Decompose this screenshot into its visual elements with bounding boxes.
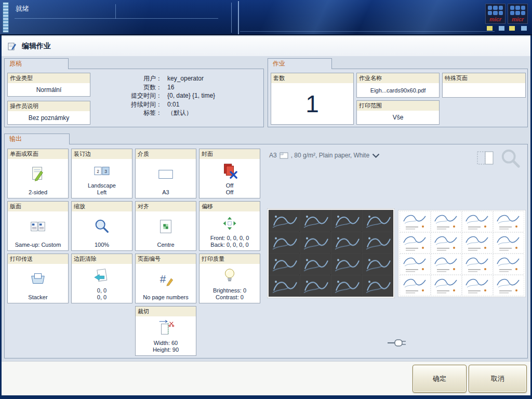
tile-label: 封面 — [200, 149, 260, 159]
tile-label: 版面 — [8, 202, 68, 211]
info-label: 标签： — [110, 109, 162, 117]
logo-color-square — [509, 26, 515, 31]
info-value: 16 — [167, 83, 174, 92]
window-edge — [0, 35, 2, 399]
tile-value: No page numbers — [143, 294, 188, 301]
magnifier-icon[interactable] — [500, 148, 522, 169]
operator-note-value: Bez poznámky — [8, 111, 90, 124]
cancel-button[interactable]: 取消 — [469, 365, 527, 393]
tile-value: Width: 60 Height: 90 — [153, 340, 179, 353]
media-name: A3 — [269, 152, 277, 159]
tile-alignment[interactable]: 对齐 Centre — [135, 201, 196, 251]
tile-label: 页面编号 — [136, 254, 196, 264]
job-name-value: Eigh...cards90x60.pdf — [357, 83, 439, 97]
tile-value: Front: 0, 0, 0, 0 Back: 0, 0, 0, 0 — [210, 235, 249, 248]
tile-value: Landscape Left — [88, 182, 116, 196]
header-streaks — [0, 0, 532, 34]
tile-trim[interactable]: 裁切 Width: 60 Height: 90 — [135, 306, 196, 356]
preview-back-side[interactable] — [267, 208, 395, 298]
info-row-submitted: 提交时间： {0, date} {1, time} — [110, 91, 262, 100]
tile-page-numbers[interactable]: 页面编号 # No page numbers — [135, 254, 196, 303]
info-row-duration: 持续时间： 0:01 — [110, 100, 262, 109]
info-value: {0, date} {1, time} — [167, 91, 215, 100]
tile-layout[interactable]: 版面 Same-up: Custom — [7, 201, 69, 251]
print-range-label: 打印范围 — [357, 101, 439, 111]
svg-text:#: # — [160, 273, 166, 285]
tile-label: 边距清除 — [72, 254, 132, 264]
print-range-field[interactable]: 打印范围 Vše — [356, 100, 440, 125]
paper-icon — [280, 152, 288, 159]
media-selector[interactable]: A3 , 80 g/m², Plain paper, White — [269, 152, 380, 159]
micr-logo-text: micr — [508, 16, 527, 22]
copies-label: 套数 — [271, 73, 353, 83]
title-bar: 编辑作业 — [0, 36, 532, 56]
tile-delivery[interactable]: 打印传送 Stacker — [7, 254, 69, 303]
tile-covers[interactable]: 封面 Off Off — [199, 149, 260, 198]
info-value: key_operator — [167, 74, 204, 83]
tile-label: 偏移 — [200, 202, 260, 211]
header-divider — [15, 18, 218, 19]
tile-binding-edge[interactable]: 装订边 2 3 Landscape Left — [71, 149, 132, 198]
job-type-field[interactable]: 作业类型 Normální — [7, 73, 90, 97]
stacker-icon — [29, 270, 47, 288]
info-label: 提交时间： — [110, 91, 162, 100]
logo-color-square — [487, 26, 493, 31]
page-split-icon[interactable] — [477, 151, 494, 165]
micr-logo: micr — [508, 4, 528, 24]
copies-field[interactable]: 套数 1 — [271, 73, 354, 125]
tile-label: 介质 — [136, 149, 196, 159]
operator-note-field[interactable]: 操作员说明 Bez poznámky — [7, 101, 90, 125]
tab-job[interactable]: 作业 — [268, 58, 332, 69]
logo-color-square — [499, 26, 504, 31]
tile-value: Off Off — [226, 182, 233, 196]
layout-icon — [29, 218, 47, 235]
tab-output[interactable]: 输出 — [4, 134, 70, 144]
micr-logo-text: micr — [486, 16, 505, 22]
tile-value: Centre — [157, 242, 174, 248]
info-value: 0:01 — [167, 100, 179, 109]
output-settings-grid: 单面或双面 2-sided 装订边 2 3 La — [7, 149, 260, 356]
header-divider — [231, 3, 232, 33]
tile-label: 装订边 — [72, 149, 132, 159]
header-divider — [238, 1, 239, 34]
plug-icon — [387, 338, 407, 348]
media-detail: , 80 g/m², Plain paper, White — [291, 152, 369, 159]
svg-text:3: 3 — [104, 168, 107, 174]
tile-label: 打印传送 — [8, 254, 68, 264]
info-label: 页数： — [110, 83, 162, 92]
preview-front-side[interactable] — [398, 210, 526, 297]
job-name-field[interactable]: 作业名称 Eigh...cards90x60.pdf — [356, 73, 440, 98]
covers-icon — [221, 162, 238, 180]
job-name-label: 作业名称 — [357, 73, 439, 83]
tile-label: 单面或双面 — [8, 149, 68, 159]
print-range-value: Vše — [357, 111, 439, 124]
header-divider — [240, 31, 495, 32]
special-pages-value — [443, 83, 525, 97]
special-pages-field[interactable]: 特殊页面 — [442, 73, 526, 98]
screen: 就绪 micr micr 编辑作业 — [0, 0, 532, 399]
tile-margin-erase[interactable]: 边距清除 0, 0 0, 0 — [71, 254, 132, 303]
page-title: 编辑作业 — [22, 42, 51, 51]
logo-color-square — [521, 26, 527, 31]
special-pages-label: 特殊页面 — [443, 73, 525, 83]
job-info-block: 用户： key_operator 页数： 16 提交时间： {0, date} … — [110, 74, 262, 117]
tab-original[interactable]: 原稿 — [4, 58, 69, 69]
tile-media[interactable]: 介质 A3 — [135, 149, 196, 198]
info-row-user: 用户： key_operator — [110, 74, 262, 83]
tile-value: Stacker — [28, 294, 47, 301]
header-grip — [3, 2, 9, 33]
status-text: 就绪 — [16, 4, 29, 14]
tile-zoom[interactable]: 缩放 100% — [71, 201, 132, 251]
chevron-down-icon — [372, 153, 380, 158]
tile-shift[interactable]: 偏移 Front: 0, 0, 0, 0 Back: 0, 0, 0, 0 — [199, 201, 260, 251]
info-value: （默认） — [167, 109, 192, 117]
micr-logo-grid — [486, 4, 505, 16]
tile-value: 0, 0 0, 0 — [97, 287, 107, 301]
print-quality-icon — [221, 267, 238, 285]
tile-sides[interactable]: 单面或双面 2-sided — [7, 149, 69, 198]
tile-label: 缩放 — [72, 202, 132, 211]
tile-value: A3 — [162, 189, 169, 196]
binding-edge-icon: 2 3 — [93, 163, 111, 179]
ok-button[interactable]: 确定 — [413, 365, 467, 393]
tile-print-quality[interactable]: 打印质量 Brightness: 0 Contrast: 0 — [199, 254, 260, 303]
